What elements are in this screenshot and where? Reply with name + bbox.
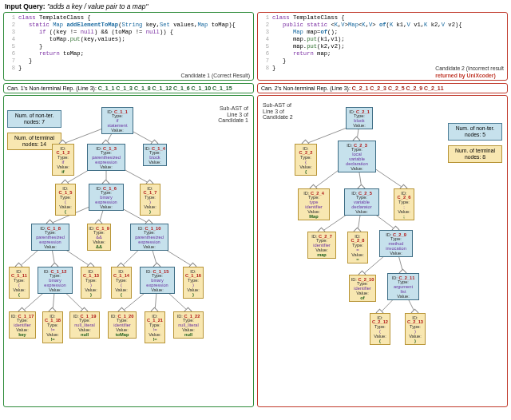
ast-node: ID: C_1_8Type:parenthesizedexpressionVal… [31,224,69,251]
ast-node: ID: C_1_17Type:identifierValue:key [9,311,36,339]
ast-node: ID: C_1_1Type:ifstatementValue: [101,107,133,134]
candidate-2-caption: Candidate 2 (Incorrect result returned b… [435,65,504,79]
ast-node: ID: C_1_21Type:!=Value:!= [145,311,165,343]
ast-node: ID: C_1_14Type:(Value:( [111,267,132,299]
ast-node: ID: C_1_22Type:null_literalValue:null [173,311,204,339]
ast-node: ID: C_1_12Type:binaryexpressionValue: [38,267,73,294]
input-query: Input Query: "adds a key / value pair to… [0,0,511,12]
code-line: 1class TemplateClass { [261,14,504,22]
ast-node: ID: C_1_19Type:null_literalValue:null [69,311,100,339]
ast-node: ID: C_2_11Type:argumentlistValue: [387,273,419,300]
code-line: 2 static Map addElementToMap(String key,… [7,22,250,29]
code-line: 5 map.put(k2,v2); [261,43,504,50]
c2-t-count: Num. of terminalnodes: 8 [448,145,502,163]
ast-node: ID: C_1_20Type:identifierValue:toMap [108,311,137,339]
candidate-1-code: 1class TemplateClass {2 static Map addEl… [3,12,254,81]
query-label: Input Query: [5,2,46,10]
ast-node: ID: C_1_10Type:parenthesizedexpressionVa… [130,224,168,251]
ast-node: ID: C_2_3Type:localvariabledeclarationVa… [338,141,376,172]
ast-node: ID: C_2_1Type:blockValue: [346,107,373,129]
code-line: 2 public static <K,V>Map<K,V> of(K k1,V … [261,22,504,29]
code-line: 7 } [261,57,504,65]
ast-node: ID: C_2_6Type:;Value:; [394,188,414,220]
ast-node: ID: C_1_16Type:)Value:) [183,267,204,299]
code-line: 5 } [7,43,250,50]
ast-node: ID: C_1_15Type:binaryexpressionValue: [140,267,175,294]
ast-node: ID: C_2_8Type:=Value:= [347,232,368,263]
ast-node: ID: C_1_7Type:)Value:) [140,184,160,216]
ast-node: ID: C_1_18Type:!=Value:!= [42,311,63,343]
code-line: 4 toMap.put(key,values); [7,36,250,43]
ast-node: ID: C_2_12Type:(Value:( [370,313,390,345]
ast-node: ID: C_1_4Type:blockValue: [143,144,167,166]
query-text: "adds a key / value pair to a map" [47,2,149,10]
code-line: 3 Map map=of(); [261,29,504,36]
c2-nt-count: Num. of non-ter.nodes: 5 [448,123,502,141]
trees-row: Num. of non-ter.nodes: 7 Num. of termina… [0,95,511,410]
candidate-1-tree: Num. of non-ter.nodes: 7 Num. of termina… [3,95,254,407]
code-line: 1class TemplateClass { [7,14,250,22]
candidate-1-caption: Candidate 1 (Correct Result) [180,73,250,79]
ast-node: ID: C_1_3Type:parenthesizedexpressionVal… [87,144,125,171]
candidate-2-tree: Num. of non-ter.nodes: 5 Num. of termina… [257,95,508,407]
code-row: 1class TemplateClass {2 static Map addEl… [0,12,511,81]
ast-node: ID: C_2_9Type:methodinvocationValue: [379,230,413,257]
ast-node: ID: C_2_13Type:)Value:) [405,313,426,345]
c2-sublabel: Sub-AST ofLine 3 ofCandidate 2 [263,102,293,121]
ast-node: ID: C_1_2Type:ifValue:if [52,144,74,176]
ast-node: ID: C_1_11Type:(Value:( [9,267,30,299]
ast-node: ID: C_2_4Type:typeidentifierValue:Map [298,188,330,220]
ast-node: ID: C_1_5Type:(Value:( [55,184,76,216]
code-line: 7 } [7,57,250,65]
code-line: 6 return map; [261,50,504,57]
ast-node: ID: C_2_5Type:variabledeclaratorValue: [344,188,379,216]
ast-node: ID: C_1_6Type:binaryexpressionValue: [89,184,124,211]
code-line: 8} [7,65,250,72]
c1-nt-count: Num. of non-ter.nodes: 7 [7,110,61,128]
rep-row: Can. 1's Non-terminal Rep. (Line 3): C_1… [0,81,511,95]
ast-node: ID: C_2_2Type:{Value:{ [295,144,317,176]
candidate-2-code: 1class TemplateClass {2 public static <K… [257,12,508,81]
code-line: 4 map.put(k1,v1); [261,36,504,43]
code-line: 6 return toMap; [7,50,250,57]
candidate-2-rep: Can. 2's Non-terminal Rep. (Line 3): C_2… [257,83,508,93]
ast-node: ID: C_1_13Type:)Value:) [81,267,101,299]
ast-node: ID: C_2_7Type:identifierValue:map [307,232,336,259]
candidate-1-rep: Can. 1's Non-terminal Rep. (Line 3): C_1… [3,83,254,93]
ast-node: ID: C_1_9Type:&&Value:&& [87,224,111,251]
ast-node: ID: C_2_10Type:identifierValue:of [349,275,376,302]
c1-sublabel: Sub-AST ofLine 3 ofCandidate 1 [218,105,248,124]
code-line: 3 if ((key != null) && (toMap != null)) … [7,29,250,36]
